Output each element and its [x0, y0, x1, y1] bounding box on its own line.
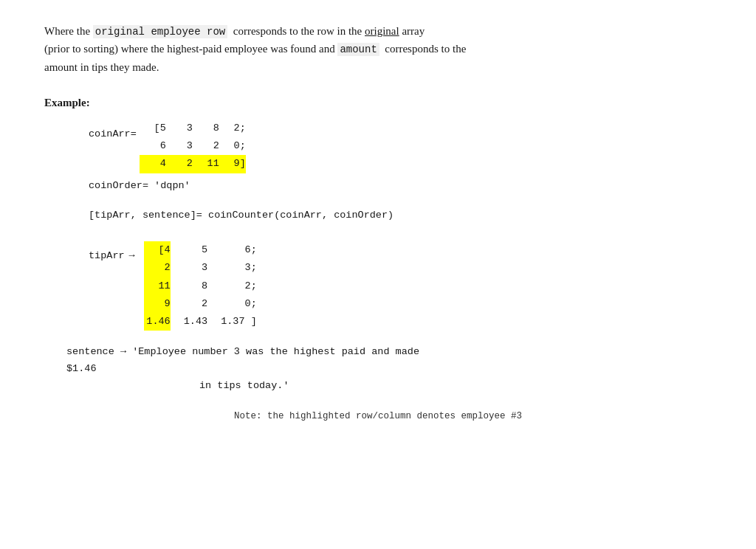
- note-text: Note: the highlighted row/column denotes…: [234, 411, 522, 421]
- function-call-text: [tipArr, sentence]= coinCounter(coinArr,…: [89, 210, 394, 221]
- coinarr-r1-bracket: [5: [140, 120, 166, 137]
- tiparr-r5-v2: 1.37 ]: [207, 313, 257, 331]
- coinarr-row-3: 4 2 11 9]: [140, 155, 246, 173]
- sentence-line-1: sentence → 'Employee number 3 was the hi…: [66, 344, 712, 361]
- sentence-line-3: in tips today.': [199, 378, 712, 395]
- tiparr-row-3: 11 8 2;: [144, 277, 257, 295]
- coinarr-row-2: 6 3 2 0;: [140, 137, 246, 155]
- coinarr-r3-bracket: 4: [140, 155, 166, 173]
- sentence-value: 'Employee number 3 was the highest paid …: [132, 346, 419, 357]
- tiparr-r1-v1: 5: [171, 241, 207, 259]
- tiparr-r4-v1: 2: [171, 295, 207, 313]
- underline-original: original: [365, 25, 399, 37]
- coinarr-r3-v3: 9]: [219, 155, 246, 173]
- sentence-line-2: $1.46: [66, 361, 712, 378]
- coinarr-r2-bracket: 6: [140, 137, 166, 155]
- tiparr-r2-v1: 3: [171, 259, 207, 277]
- tiparr-r1-v2: 6;: [207, 241, 257, 259]
- tiparr-r3-v1: 8: [171, 277, 207, 295]
- coinorder-block: coinOrder= 'dqpn': [89, 178, 712, 194]
- coinarr-block: coinArr= [5 3 8 2; 6 3 2 0; 4 2 11 9]: [89, 120, 712, 173]
- tiparr-matrix: [4 5 6; 2 3 3; 11 8 2; 9 2 0; 1.46 1.43: [144, 241, 257, 331]
- tiparr-r3-v2: 2;: [207, 277, 257, 295]
- tiparr-r2-v2: 3;: [207, 259, 257, 277]
- coinarr-r2-v2: 2: [193, 137, 219, 155]
- sentence-value2: $1.46: [66, 363, 97, 374]
- tiparr-r5-bracket: 1.46: [144, 313, 171, 331]
- code-amount: amount: [337, 43, 379, 56]
- coinarr-r3-v2: 11: [193, 155, 219, 173]
- coinorder-label: coinOrder=: [89, 180, 148, 191]
- coinarr-label: coinArr=: [89, 126, 137, 142]
- coinarr-r2-v1: 3: [166, 137, 193, 155]
- tiparr-r5-v1: 1.43: [171, 313, 207, 331]
- tiparr-r1-bracket: [4: [144, 241, 171, 259]
- tiparr-block: tipArr → [4 5 6; 2 3 3; 11 8 2; 9 2 0;: [89, 241, 712, 331]
- tiparr-r2-bracket: 2: [144, 259, 171, 277]
- note-block: Note: the highlighted row/column denotes…: [44, 411, 712, 421]
- coinarr-r3-v1: 2: [166, 155, 193, 173]
- coinarr-r1-v1: 3: [166, 120, 193, 137]
- sentence-arrow: →: [120, 346, 132, 357]
- tiparr-row-5: 1.46 1.43 1.37 ]: [144, 313, 257, 331]
- code-original-employee-row: original employee row: [93, 25, 227, 38]
- example-label: Example:: [44, 97, 712, 109]
- sentence-value3: in tips today.': [199, 380, 289, 391]
- coinarr-matrix: [5 3 8 2; 6 3 2 0; 4 2 11 9]: [140, 120, 246, 173]
- coinarr-r2-v3: 0;: [219, 137, 246, 155]
- coinarr-r1-v3: 2;: [219, 120, 246, 137]
- tiparr-r3-bracket: 11: [144, 277, 171, 295]
- tiparr-arrow: →: [129, 248, 135, 264]
- tiparr-row-4: 9 2 0;: [144, 295, 257, 313]
- coinarr-r1-v2: 8: [193, 120, 219, 137]
- tiparr-r4-bracket: 9: [144, 295, 171, 313]
- sentence-label: sentence: [66, 346, 114, 357]
- function-call-block: [tipArr, sentence]= coinCounter(coinArr,…: [89, 207, 712, 224]
- coinarr-row-1: [5 3 8 2;: [140, 120, 246, 137]
- intro-paragraph: Where the original employee row correspo…: [44, 22, 712, 76]
- coinorder-value: 'dqpn': [148, 180, 190, 191]
- tiparr-row-1: [4 5 6;: [144, 241, 257, 259]
- tiparr-row-2: 2 3 3;: [144, 259, 257, 277]
- sentence-block: sentence → 'Employee number 3 was the hi…: [66, 344, 712, 395]
- tiparr-r4-v2: 0;: [207, 295, 257, 313]
- tiparr-label: tipArr: [89, 248, 125, 264]
